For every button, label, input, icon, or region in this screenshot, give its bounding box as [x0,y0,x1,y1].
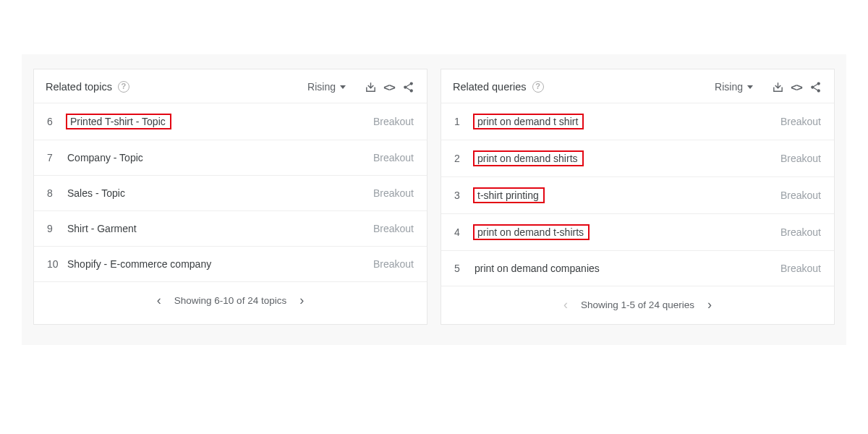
pager-next-icon[interactable]: › [299,294,304,307]
row-label-wrap: print on demand t-shirts [473,224,780,240]
row-rank: 8 [47,187,66,199]
row-rank: 10 [47,258,66,270]
embed-icon[interactable]: <> [789,80,804,94]
row-label-wrap: print on demand companies [473,261,780,276]
card-header: Related queries ? Rising <> [441,69,834,103]
embed-icon[interactable]: <> [382,80,396,94]
row-value: Breakout [780,263,821,274]
row-label[interactable]: t-shirt printing [473,187,545,203]
help-icon[interactable]: ? [118,81,129,93]
list-item[interactable]: 1print on demand t shirtBreakout [441,103,834,140]
row-label[interactable]: Printed T-shirt - Topic [66,114,171,129]
row-label[interactable]: Company - Topic [66,150,145,165]
row-value: Breakout [373,152,414,163]
row-label-wrap: Shirt - Garment [66,221,373,236]
row-value: Breakout [780,190,821,201]
download-icon[interactable] [363,80,378,94]
row-label[interactable]: print on demand companies [473,261,601,276]
list-item[interactable]: 10Shopify - E-commerce companyBreakout [34,247,427,282]
pager-text: Showing 6-10 of 24 topics [174,295,286,306]
queries-rows: 1print on demand t shirtBreakout2print o… [441,103,834,286]
pager: ‹ Showing 6-10 of 24 topics › [34,282,427,320]
row-label[interactable]: Shopify - E-commerce company [66,257,213,271]
row-rank: 5 [454,263,473,274]
row-label-wrap: Sales - Topic [66,186,373,200]
row-label[interactable]: Sales - Topic [66,186,127,200]
list-item[interactable]: 8Sales - TopicBreakout [34,176,427,211]
row-value: Breakout [373,258,414,270]
row-label[interactable]: print on demand t shirt [473,114,584,129]
list-item[interactable]: 4print on demand t-shirtsBreakout [441,214,834,251]
row-label[interactable]: Shirt - Garment [66,221,138,236]
pager-next-icon[interactable]: › [707,298,712,311]
row-value: Breakout [373,223,414,234]
row-rank: 4 [454,226,473,238]
pager-prev-icon[interactable]: ‹ [157,294,161,307]
topics-rows: 6Printed T-shirt - TopicBreakout7Company… [34,103,427,282]
row-label-wrap: print on demand shirts [473,150,780,166]
trends-panels-container: Related topics ? Rising <> 6Printed T-sh… [22,54,846,345]
row-rank: 6 [47,116,66,127]
row-rank: 2 [454,153,473,164]
row-label-wrap: Company - Topic [66,150,373,165]
share-icon[interactable] [401,80,415,94]
row-label[interactable]: print on demand shirts [473,150,584,166]
list-item[interactable]: 3t-shirt printingBreakout [441,177,834,214]
row-label-wrap: t-shirt printing [473,187,780,203]
row-rank: 7 [47,152,66,163]
dropdown-caret-icon[interactable] [747,85,753,89]
share-icon[interactable] [808,80,822,94]
row-value: Breakout [373,187,414,199]
pager-text: Showing 1-5 of 24 queries [581,299,694,310]
row-label-wrap: Shopify - E-commerce company [66,257,373,271]
pager: ‹ Showing 1-5 of 24 queries › [441,286,834,324]
row-rank: 3 [454,190,473,201]
list-item[interactable]: 2print on demand shirtsBreakout [441,140,834,177]
row-label-wrap: print on demand t shirt [473,114,780,129]
row-value: Breakout [780,116,821,127]
help-icon[interactable]: ? [532,81,544,93]
sort-dropdown-label[interactable]: Rising [715,81,743,93]
download-icon[interactable] [770,80,785,94]
card-title: Related topics [46,81,112,93]
card-title: Related queries [453,81,527,93]
related-topics-card: Related topics ? Rising <> 6Printed T-sh… [33,69,427,325]
row-rank: 1 [454,116,473,127]
card-header: Related topics ? Rising <> [34,69,427,103]
row-value: Breakout [373,116,414,127]
row-value: Breakout [780,153,821,164]
sort-dropdown-label[interactable]: Rising [307,81,336,93]
list-item[interactable]: 6Printed T-shirt - TopicBreakout [34,103,427,140]
list-item[interactable]: 7Company - TopicBreakout [34,140,427,176]
dropdown-caret-icon[interactable] [340,85,346,89]
row-value: Breakout [780,226,821,238]
related-queries-card: Related queries ? Rising <> 1print on de… [441,69,835,325]
pager-prev-icon[interactable]: ‹ [563,298,568,311]
row-label-wrap: Printed T-shirt - Topic [66,114,373,129]
list-item[interactable]: 9Shirt - GarmentBreakout [34,211,427,247]
list-item[interactable]: 5print on demand companiesBreakout [441,251,834,286]
row-label[interactable]: print on demand t-shirts [473,224,590,240]
row-rank: 9 [47,223,66,234]
